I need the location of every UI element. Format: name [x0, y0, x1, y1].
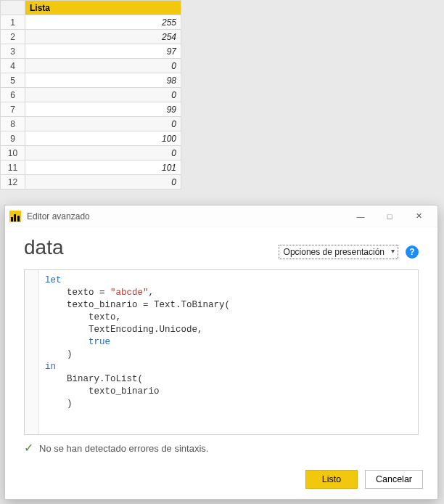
value-cell[interactable]: 0	[25, 88, 181, 102]
cancel-button[interactable]: Cancelar	[365, 470, 423, 489]
display-options-dropdown[interactable]: Opciones de presentación	[279, 245, 398, 259]
row-index-cell[interactable]: 2	[1, 30, 25, 44]
row-index-header	[1, 1, 25, 15]
table-row[interactable]: 397	[1, 44, 181, 59]
check-icon: ✓	[24, 442, 33, 454]
table-row[interactable]: 2254	[1, 30, 181, 44]
value-cell[interactable]: 99	[25, 102, 181, 117]
value-cell[interactable]: 98	[25, 73, 181, 88]
query-name-title: data	[24, 236, 64, 259]
data-table-container: Lista 1255225439740598607998091001001110…	[0, 0, 181, 190]
powerbi-icon	[9, 211, 21, 222]
table-row[interactable]: 11101	[1, 160, 181, 175]
code-editor[interactable]: let texto = "abcde", texto_binario = Tex…	[39, 270, 418, 434]
done-button[interactable]: Listo	[305, 470, 358, 489]
syntax-status: ✓ No se han detectado errores de sintaxi…	[24, 442, 419, 454]
maximize-button[interactable]: □	[375, 206, 404, 227]
minimize-button[interactable]: —	[346, 206, 375, 227]
dialog-footer: Listo Cancelar	[5, 463, 437, 499]
table-row[interactable]: 120	[1, 175, 181, 190]
table-row[interactable]: 598	[1, 73, 181, 88]
value-cell[interactable]: 0	[25, 175, 181, 190]
value-cell[interactable]: 0	[25, 117, 181, 131]
data-table: Lista 1255225439740598607998091001001110…	[0, 0, 181, 190]
table-row[interactable]: 9100	[1, 131, 181, 146]
value-cell[interactable]: 254	[25, 30, 181, 44]
value-cell[interactable]: 255	[25, 15, 181, 30]
row-index-cell[interactable]: 3	[1, 44, 25, 59]
help-icon[interactable]: ?	[406, 245, 419, 259]
advanced-editor-dialog: Editor avanzado — □ ✕ data Opciones de p…	[4, 205, 438, 500]
row-index-cell[interactable]: 7	[1, 102, 25, 117]
table-row[interactable]: 40	[1, 59, 181, 73]
column-header[interactable]: Lista	[25, 1, 181, 15]
code-keyword: true	[89, 337, 110, 347]
code-gutter	[25, 270, 39, 434]
syntax-status-text: No se han detectado errores de sintaxis.	[39, 443, 208, 454]
row-index-cell[interactable]: 5	[1, 73, 25, 88]
row-index-cell[interactable]: 6	[1, 88, 25, 102]
code-editor-frame: let texto = "abcde", texto_binario = Tex…	[24, 269, 419, 435]
value-cell[interactable]: 0	[25, 146, 181, 160]
table-row[interactable]: 1255	[1, 15, 181, 30]
table-row[interactable]: 80	[1, 117, 181, 131]
close-button[interactable]: ✕	[404, 206, 433, 227]
value-cell[interactable]: 97	[25, 44, 181, 59]
row-index-cell[interactable]: 12	[1, 175, 25, 190]
row-index-cell[interactable]: 11	[1, 160, 25, 175]
table-row[interactable]: 799	[1, 102, 181, 117]
value-cell[interactable]: 101	[25, 160, 181, 175]
row-index-cell[interactable]: 8	[1, 117, 25, 131]
row-index-cell[interactable]: 10	[1, 146, 25, 160]
dialog-titlebar[interactable]: Editor avanzado — □ ✕	[5, 206, 437, 227]
dialog-title: Editor avanzado	[27, 211, 346, 221]
table-row[interactable]: 60	[1, 88, 181, 102]
row-index-cell[interactable]: 4	[1, 59, 25, 73]
code-keyword: in	[45, 362, 56, 372]
table-row[interactable]: 100	[1, 146, 181, 160]
code-keyword: let	[45, 275, 62, 285]
code-string: "abcde"	[110, 288, 149, 298]
row-index-cell[interactable]: 1	[1, 15, 25, 30]
value-cell[interactable]: 100	[25, 131, 181, 146]
row-index-cell[interactable]: 9	[1, 131, 25, 146]
value-cell[interactable]: 0	[25, 59, 181, 73]
